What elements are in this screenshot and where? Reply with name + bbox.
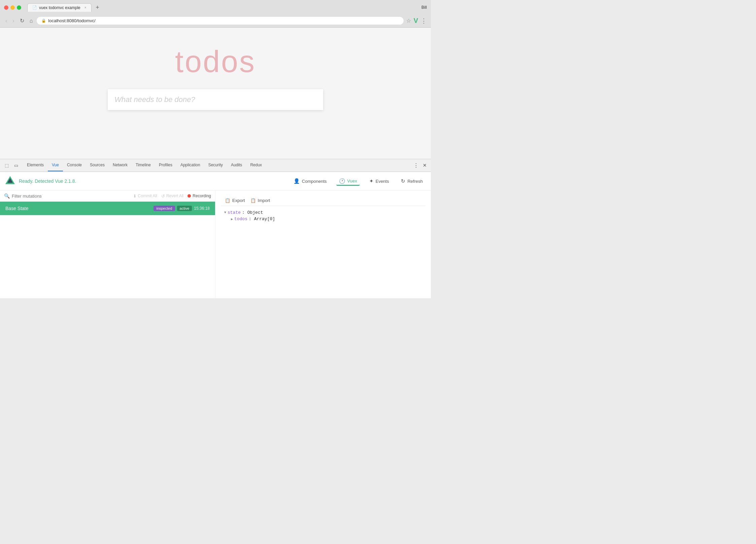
device-toolbar-icon[interactable]: ▭ — [12, 161, 20, 169]
state-type: : Object — [242, 210, 263, 215]
maximize-button[interactable] — [17, 5, 21, 10]
todos-key: todos — [234, 216, 247, 222]
export-button[interactable]: 📋 Export — [225, 198, 245, 203]
todos-line: todos : Array[0] — [231, 216, 422, 222]
revert-all-label: Revert All — [166, 194, 183, 198]
base-state-row[interactable]: Base State inspected active 15:36:18 — [0, 202, 215, 215]
devtools-tab-bar: ⬚ ▭ Elements Vue Console Sources Network… — [0, 159, 431, 172]
todo-input-wrapper — [108, 89, 323, 110]
commit-all-button[interactable]: ⬇ Commit All — [133, 194, 157, 199]
active-tab[interactable]: 📄 vuex todomvc example × — [27, 3, 92, 12]
browser-menu-button[interactable]: ⋮ — [421, 17, 427, 25]
state-root-line: state : Object — [224, 209, 422, 216]
lock-icon: 🔒 — [41, 19, 46, 23]
devtools-panel: ⬚ ▭ Elements Vue Console Sources Network… — [0, 159, 431, 298]
address-input-wrapper[interactable]: 🔒 localhost:8080/todomvc/ — [37, 17, 403, 25]
revert-icon: ↺ — [161, 194, 165, 199]
tab-close-button[interactable]: × — [84, 6, 87, 9]
user-label: Bill — [421, 5, 427, 10]
devtools-icons: ⬚ ▭ — [3, 161, 20, 169]
forward-button[interactable]: › — [11, 17, 15, 25]
mutations-panel: 🔍 ⬇ Commit All ↺ Revert All Recording — [0, 191, 215, 298]
vuex-content: 🔍 ⬇ Commit All ↺ Revert All Recording — [0, 191, 431, 298]
bookmark-button[interactable]: ☆ — [406, 18, 411, 24]
components-tool-button[interactable]: 👤 Components — [291, 177, 330, 185]
inspected-badge: inspected — [153, 206, 175, 211]
devtools-close-button[interactable]: ✕ — [421, 161, 428, 169]
vuex-clock-icon: 🕐 — [339, 178, 345, 184]
revert-all-button[interactable]: ↺ Revert All — [161, 194, 183, 199]
state-tree: state : Object todos : Array[0] — [221, 206, 425, 226]
recording-label: Recording — [193, 194, 211, 198]
components-label: Components — [302, 179, 327, 184]
state-panel: 📋 Export 📋 Import state : Object — [215, 191, 431, 298]
tab-profiles[interactable]: Profiles — [155, 159, 176, 171]
recording-dot-icon — [187, 194, 191, 198]
address-text: localhost:8080/todomvc/ — [48, 18, 95, 23]
tab-security[interactable]: Security — [204, 159, 227, 171]
state-children: todos : Array[0] — [231, 216, 422, 222]
devtools-more-button[interactable]: ⋮ — [412, 161, 420, 170]
tab-page-icon: 📄 — [32, 5, 37, 10]
minimize-button[interactable] — [10, 5, 15, 10]
reload-button[interactable]: ↻ — [19, 17, 26, 25]
state-expand-arrow[interactable] — [224, 211, 226, 214]
events-label: Events — [376, 179, 389, 184]
home-button[interactable]: ⌂ — [28, 17, 34, 25]
state-key: state — [228, 210, 241, 215]
export-icon: 📋 — [225, 198, 230, 203]
tab-timeline[interactable]: Timeline — [132, 159, 155, 171]
active-badge: active — [177, 206, 192, 211]
filter-mutations-input[interactable] — [12, 194, 129, 199]
vue-toolbar-actions: 👤 Components 🕐 Vuex ✦ Events ↻ Refresh — [291, 177, 425, 186]
commit-icon: ⬇ — [133, 194, 137, 199]
todos-type: : Array[0] — [249, 216, 275, 222]
vuex-tool-button[interactable]: 🕐 Vuex — [336, 177, 360, 186]
commit-all-label: Commit All — [138, 194, 157, 198]
components-icon: 👤 — [294, 178, 300, 184]
inspect-element-icon[interactable]: ⬚ — [3, 161, 11, 169]
tab-application[interactable]: Application — [176, 159, 204, 171]
vue-extension-icon[interactable]: V — [414, 17, 418, 25]
import-button[interactable]: 📋 Import — [250, 198, 270, 203]
tab-bar: 📄 vuex todomvc example × + — [27, 3, 419, 12]
address-bar: ‹ › ↻ ⌂ 🔒 localhost:8080/todomvc/ ☆ V ⋮ — [0, 15, 431, 27]
import-icon: 📋 — [250, 198, 256, 203]
todos-expand-arrow[interactable] — [231, 217, 233, 221]
mutations-toolbar: 🔍 ⬇ Commit All ↺ Revert All Recording — [0, 191, 215, 202]
vue-devtools-panel: Ready. Detected Vue 2.1.8. 👤 Components … — [0, 172, 431, 298]
close-button[interactable] — [4, 5, 8, 10]
page-title: todos — [175, 44, 256, 79]
tab-audits[interactable]: Audits — [227, 159, 246, 171]
filter-input-wrapper: 🔍 — [4, 193, 129, 199]
vue-logo-icon — [5, 175, 15, 187]
state-toolbar: 📋 Export 📋 Import — [221, 195, 425, 206]
tab-redux[interactable]: Redux — [246, 159, 266, 171]
back-button[interactable]: ‹ — [4, 17, 8, 25]
events-tool-button[interactable]: ✦ Events — [367, 177, 392, 185]
export-label: Export — [232, 198, 245, 203]
vue-status-text: Ready. Detected Vue 2.1.8. — [19, 178, 76, 184]
timestamp: 15:36:18 — [194, 206, 210, 211]
page-content: todos — [0, 28, 431, 159]
todo-input[interactable] — [114, 95, 316, 104]
base-state-label: Base State — [5, 206, 153, 211]
devtools-more: ⋮ ✕ — [412, 161, 428, 170]
refresh-label: Refresh — [407, 179, 423, 184]
new-tab-button[interactable]: + — [93, 3, 102, 12]
tab-elements[interactable]: Elements — [23, 159, 48, 171]
refresh-tool-button[interactable]: ↻ Refresh — [398, 177, 425, 185]
import-label: Import — [258, 198, 270, 203]
vuex-label: Vuex — [347, 178, 357, 183]
tab-title: vuex todomvc example — [39, 5, 80, 10]
tab-network[interactable]: Network — [109, 159, 132, 171]
recording-button[interactable]: Recording — [187, 194, 211, 198]
tab-console[interactable]: Console — [63, 159, 86, 171]
vue-toolbar: Ready. Detected Vue 2.1.8. 👤 Components … — [0, 172, 431, 191]
traffic-lights — [4, 5, 21, 10]
tab-vue[interactable]: Vue — [48, 159, 63, 171]
events-icon: ✦ — [369, 178, 374, 184]
title-bar: 📄 vuex todomvc example × + Bill — [0, 0, 431, 15]
tab-sources[interactable]: Sources — [86, 159, 109, 171]
refresh-icon: ↻ — [401, 178, 405, 184]
